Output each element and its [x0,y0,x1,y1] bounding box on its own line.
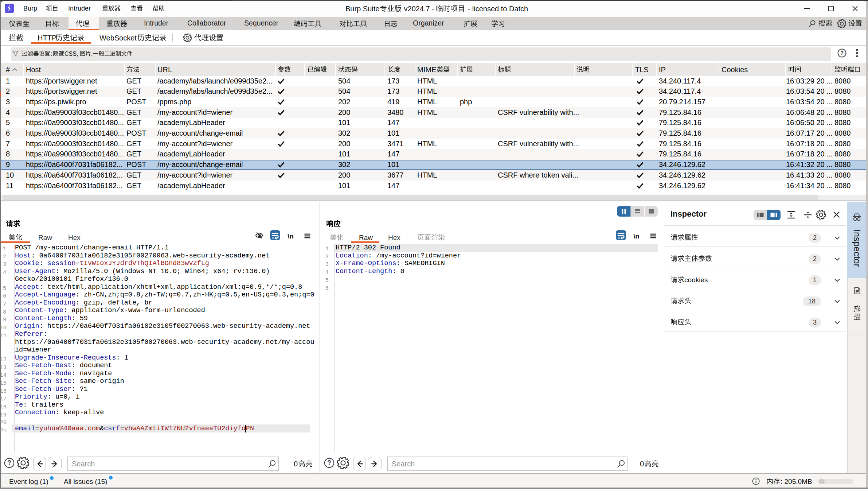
svg-text:?: ? [840,50,844,56]
svg-text:?: ? [7,459,11,466]
svg-text:?: ? [327,459,331,466]
